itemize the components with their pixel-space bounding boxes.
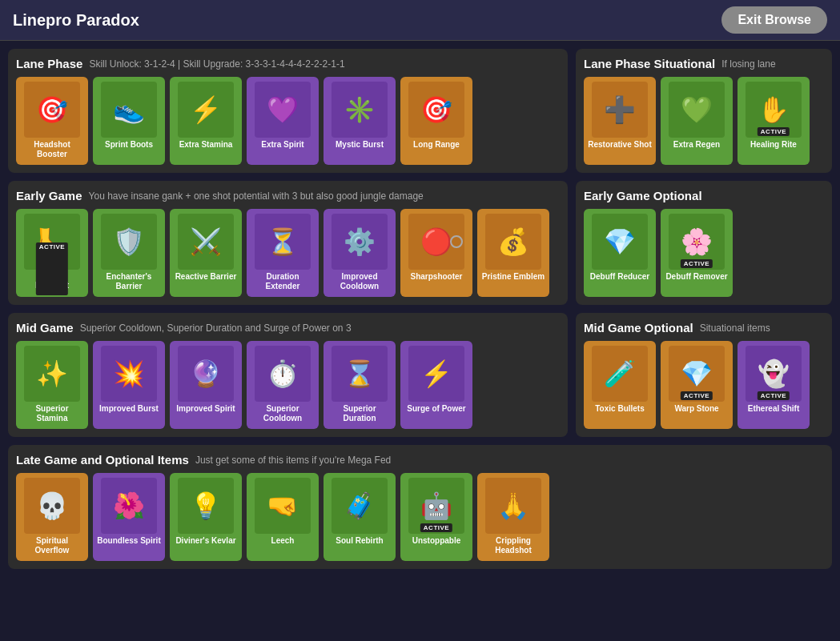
- list-item[interactable]: 👻 ACTIVE Ethereal Shift: [738, 341, 810, 429]
- item-label: Debuff Remover: [665, 272, 727, 282]
- reactive-barrier-icon: ⚔️: [190, 226, 222, 257]
- list-item[interactable]: 🎯 Long Range: [400, 77, 472, 165]
- item-label: Headshot Booster: [19, 140, 85, 159]
- active-badge: ACTIVE: [681, 259, 713, 268]
- list-item[interactable]: 🦶 ACTIVE Fleetfoot: [16, 209, 88, 297]
- list-item[interactable]: ⚙️ Improved Cooldown: [324, 209, 396, 297]
- item-icon-area: ✳️: [332, 82, 388, 138]
- list-item[interactable]: 🧪 Toxic Bullets: [584, 341, 656, 429]
- item-label: Superior Cooldown: [250, 404, 316, 423]
- list-item[interactable]: 🎯 Headshot Booster: [16, 77, 88, 165]
- leech-icon: 🤜: [267, 491, 299, 521]
- list-item[interactable]: ⚡ Extra Stamina: [170, 77, 242, 165]
- healing-rite-icon: ✋: [758, 94, 790, 125]
- list-item[interactable]: 👟 Sprint Boots: [93, 77, 165, 165]
- item-label: Crippling Headshot: [480, 536, 546, 555]
- header: Linepro Paradox Exit Browse: [0, 0, 840, 41]
- item-label: Reactive Barrier: [175, 272, 237, 282]
- item-icon-area: 💎: [592, 214, 648, 270]
- mid-game-optional-items: 🧪 Toxic Bullets 💎 ACTIVE Warp Stone 👻 AC…: [584, 341, 824, 429]
- duration-extender-icon: ⏳: [267, 226, 299, 257]
- list-item[interactable]: 🌸 ACTIVE Debuff Remover: [661, 209, 733, 297]
- list-item[interactable]: 💥 Improved Burst: [93, 341, 165, 429]
- list-item[interactable]: 🔮 Improved Spirit: [170, 341, 242, 429]
- item-label: Debuff Reducer: [590, 272, 649, 282]
- item-icon-area: 👻 ACTIVE: [746, 346, 802, 402]
- active-badge: ACTIVE: [758, 391, 790, 400]
- early-game-title: Early Game: [16, 189, 82, 202]
- exit-browse-button[interactable]: Exit Browse: [721, 6, 827, 34]
- active-badge: ACTIVE: [36, 242, 68, 295]
- spiritual-overflow-icon: 💀: [36, 491, 68, 521]
- item-icon-area: 🎯: [408, 82, 464, 138]
- early-game-optional-section: Early Game Optional 💎 Debuff Reducer 🌸 A…: [576, 181, 832, 305]
- list-item[interactable]: 🤖 ACTIVE Unstoppable: [400, 473, 472, 561]
- item-label: Pristine Emblem: [482, 272, 545, 282]
- early-game-items: 🦶 ACTIVE Fleetfoot 🛡️ Enchanter's Barrie…: [16, 209, 560, 297]
- list-item[interactable]: 🙏 Crippling Headshot: [477, 473, 549, 561]
- pristine-emblem-icon: 💰: [497, 226, 529, 257]
- lane-phase-situational-header: Lane Phase Situational If losing lane: [584, 57, 824, 70]
- list-item[interactable]: 💰 Pristine Emblem: [477, 209, 549, 297]
- item-label: Surge of Power: [407, 404, 465, 414]
- list-item[interactable]: 🛡️ Enchanter's Barrier: [93, 209, 165, 297]
- enchanters-barrier-icon: 🛡️: [113, 226, 145, 257]
- item-icon-area: 🔴: [408, 214, 464, 270]
- list-item[interactable]: 💀 Spiritual Overflow: [16, 473, 88, 561]
- item-label: Toxic Bullets: [595, 404, 645, 414]
- item-icon-area: 💎 ACTIVE: [669, 346, 725, 402]
- long-range-icon: 🎯: [420, 94, 452, 125]
- list-item[interactable]: 🧳 Soul Rebirth: [324, 473, 396, 561]
- mid-game-row: Mid Game Superior Cooldown, Superior Dur…: [8, 313, 832, 437]
- headshot-booster-icon: 🎯: [36, 94, 68, 125]
- improved-burst-icon: 💥: [113, 359, 145, 389]
- item-label: Sharpshooter: [410, 272, 462, 282]
- extra-regen-icon: 💚: [681, 94, 713, 125]
- item-icon-area: 💀: [24, 478, 80, 534]
- item-label: Spiritual Overflow: [19, 536, 85, 555]
- item-icon-area: ⚔️: [178, 214, 234, 270]
- lane-phase-subtitle: Skill Unlock: 3-1-2-4 | Skill Upgrade: 3…: [89, 58, 344, 70]
- crippling-headshot-icon: 🙏: [497, 491, 529, 521]
- item-icon-area: 🧪: [592, 346, 648, 402]
- list-item[interactable]: 🌺 Boundless Spirit: [93, 473, 165, 561]
- list-item[interactable]: 💎 ACTIVE Warp Stone: [661, 341, 733, 429]
- item-label: Warp Stone: [674, 404, 718, 414]
- item-icon-area: 💰: [485, 214, 541, 270]
- item-label: Superior Stamina: [19, 404, 85, 423]
- list-item[interactable]: 💜 Extra Spirit: [247, 77, 319, 165]
- late-game-subtitle: Just get some of this items if you're Me…: [195, 455, 391, 466]
- list-item[interactable]: 🔴 Sharpshooter: [400, 209, 472, 297]
- item-icon-area: ⚡: [408, 346, 464, 402]
- item-label: Extra Stamina: [179, 140, 233, 150]
- item-icon-area: ⚡: [178, 82, 234, 138]
- app-title: Linepro Paradox: [13, 11, 139, 30]
- list-item[interactable]: ⏱️ Superior Cooldown: [247, 341, 319, 429]
- item-label: Soul Rebirth: [336, 536, 383, 546]
- list-item[interactable]: ➕ Restorative Shot: [584, 77, 656, 165]
- list-item[interactable]: 💚 Extra Regen: [661, 77, 733, 165]
- improved-cooldown-icon: ⚙️: [344, 226, 376, 257]
- item-icon-area: ⏳: [255, 214, 311, 270]
- list-item[interactable]: ✨ Superior Stamina: [16, 341, 88, 429]
- list-item[interactable]: ⌛ Superior Duration: [324, 341, 396, 429]
- mid-game-optional-title: Mid Game Optional: [584, 321, 693, 335]
- list-item[interactable]: 🤜 Leech: [247, 473, 319, 561]
- superior-stamina-icon: ✨: [36, 359, 68, 389]
- list-item[interactable]: ⚔️ Reactive Barrier: [170, 209, 242, 297]
- mid-game-title: Mid Game: [16, 321, 74, 335]
- list-item[interactable]: 💡 Diviner's Kevlar: [170, 473, 242, 561]
- item-icon-area: 🙏: [485, 478, 541, 534]
- improved-spirit-icon: 🔮: [190, 359, 222, 389]
- early-game-row: Early Game You have insane gank + one sh…: [8, 181, 832, 305]
- list-item[interactable]: ⚡ Surge of Power: [400, 341, 472, 429]
- mid-game-optional-subtitle: Situational items: [700, 323, 770, 334]
- mid-game-items: ✨ Superior Stamina 💥 Improved Burst 🔮 Im…: [16, 341, 560, 429]
- item-label: Enchanter's Barrier: [96, 272, 162, 291]
- list-item[interactable]: 💎 Debuff Reducer: [584, 209, 656, 297]
- item-icon-area: 🌸 ACTIVE: [669, 214, 725, 270]
- list-item[interactable]: ✋ ACTIVE Healing Rite: [738, 77, 810, 165]
- list-item[interactable]: ✳️ Mystic Burst: [324, 77, 396, 165]
- list-item[interactable]: ⏳ Duration Extender: [247, 209, 319, 297]
- item-label: Improved Spirit: [176, 404, 235, 414]
